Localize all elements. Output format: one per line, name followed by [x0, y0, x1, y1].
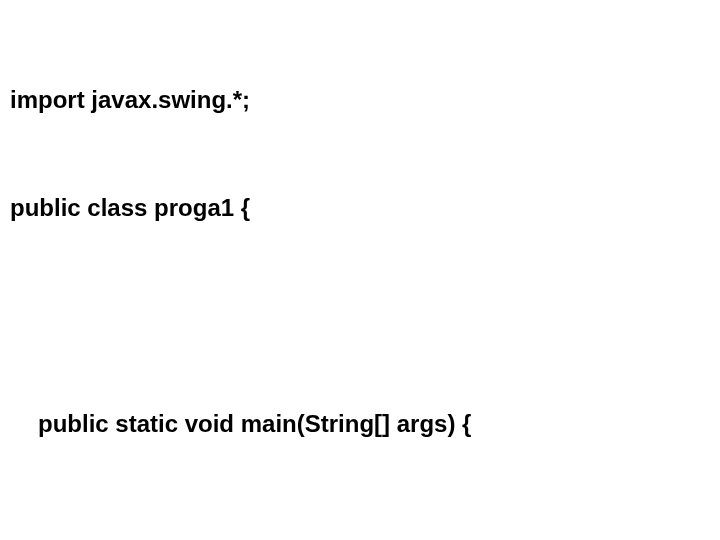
code-line-class-decl: public class proga1 { — [10, 190, 710, 226]
code-line-import: import javax.swing.*; — [10, 82, 710, 118]
code-line-blank — [10, 514, 710, 540]
code-line-main-method: public static void main(String[] args) { — [10, 406, 710, 442]
code-line-blank — [10, 298, 710, 334]
code-block: import javax.swing.*; public class proga… — [10, 10, 710, 540]
